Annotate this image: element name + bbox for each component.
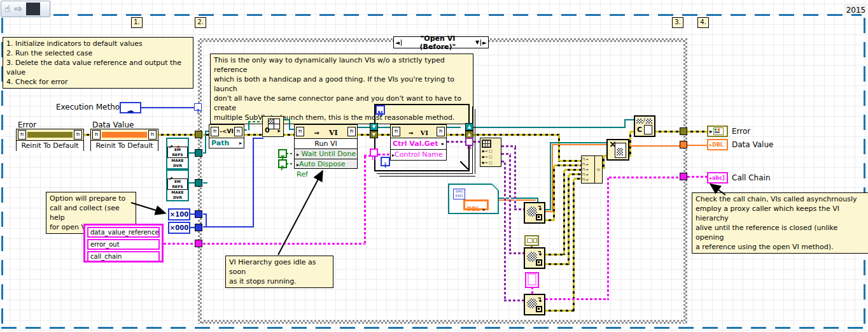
comment-arrows <box>0 0 868 332</box>
arrow-vi-hierarchy <box>278 172 322 255</box>
arrow-call-chain <box>711 185 725 195</box>
labview-block-diagram: ☝ ⇨ 2015 1. 2. 3. 4. ◄ "Open VI (Before)… <box>0 0 868 332</box>
arrow-option-prepare <box>131 203 164 213</box>
